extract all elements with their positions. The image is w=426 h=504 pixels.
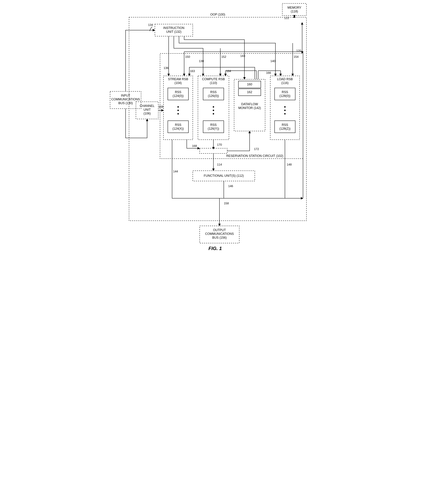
wire-134	[126, 30, 155, 91]
instruction-l1: INSTRUCTION	[163, 26, 184, 30]
wire-143	[184, 36, 244, 79]
svg-text:STREAM RSB: STREAM RSB	[168, 77, 188, 81]
svg-text:144: 144	[173, 170, 178, 173]
svg-text:(104): (104)	[174, 81, 182, 85]
svg-text:120: 120	[296, 49, 301, 52]
svg-text:(128(Z)): (128(Z))	[279, 127, 291, 130]
svg-point-20	[213, 113, 214, 115]
svg-rect-34	[275, 88, 295, 100]
wire-172	[227, 131, 250, 151]
svg-rect-40	[275, 121, 295, 133]
input-bus-l2: COMMUNICATIONS	[111, 98, 140, 101]
svg-text:RSS: RSS	[175, 123, 181, 127]
label-154: 154	[293, 55, 298, 58]
svg-point-7	[178, 110, 179, 111]
svg-text:(126(Y)): (126(Y))	[208, 127, 219, 130]
svg-text:(126(0)): (126(0))	[208, 94, 219, 98]
svg-point-38	[284, 110, 286, 111]
memory-l2: (118)	[291, 10, 298, 13]
reservation-station-circuit	[160, 53, 303, 159]
svg-rect-3	[168, 88, 188, 100]
svg-text:(124(X)): (124(X))	[172, 127, 184, 130]
channel-l2: UNIT	[143, 108, 151, 111]
svg-text:RSS: RSS	[282, 123, 288, 127]
load-rsb: LOAD RSB (116) RSS (128(0)) RSS (128(Z))	[270, 76, 299, 140]
svg-text:158: 158	[224, 202, 229, 205]
svg-text:114: 114	[217, 163, 222, 166]
svg-text:146: 146	[228, 184, 233, 188]
svg-text:RSS: RSS	[175, 90, 181, 94]
svg-text:108: 108	[158, 105, 163, 109]
channel-l1: CHANNEL	[140, 104, 154, 108]
svg-text:(116): (116)	[281, 81, 288, 85]
svg-text:160: 160	[247, 83, 252, 86]
figure-label: FIG. 1	[208, 246, 222, 251]
svg-text:170: 170	[217, 143, 222, 146]
reservation-label: RESERVATION STATION CIRCUIT (102)	[226, 154, 283, 158]
svg-point-39	[284, 113, 286, 115]
svg-text:143: 143	[240, 54, 245, 58]
svg-text:RSS: RSS	[210, 90, 217, 94]
label-150: 150	[185, 55, 190, 58]
svg-point-8	[178, 113, 179, 115]
svg-text:(110): (110)	[210, 81, 217, 85]
output-bus-l1: OUTPUT	[213, 228, 226, 232]
compute-rsb: COMPUTE RSB (110) RSS (126(0)) RSS (126(…	[198, 76, 229, 140]
stream-rsb: STREAM RSB (104) RSS (124(0)) RSS (124(X…	[163, 76, 193, 140]
svg-text:148: 148	[287, 163, 291, 166]
svg-text:166: 166	[266, 71, 271, 74]
svg-text:164: 164	[226, 69, 231, 73]
svg-text:140: 140	[270, 59, 275, 63]
input-bus-l3: BUS (130)	[118, 101, 133, 105]
oop-title: OOP (100)	[210, 13, 225, 16]
label-152: 152	[221, 55, 226, 58]
svg-text:163: 163	[190, 69, 195, 73]
svg-text:(124(0)): (124(0))	[172, 94, 184, 98]
svg-text:162: 162	[247, 90, 252, 94]
svg-rect-21	[203, 121, 224, 133]
svg-text:168: 168	[192, 144, 197, 148]
dataflow-monitor: DATAFLOW MONITOR (142) 160 162	[234, 79, 265, 131]
memory-l1: MEMORY	[287, 6, 301, 9]
memory-block	[282, 3, 306, 15]
svg-text:(128(0)): (128(0))	[279, 94, 290, 98]
svg-text:172: 172	[254, 147, 259, 151]
svg-text:LOAD RSB: LOAD RSB	[277, 77, 293, 81]
channel-l3: (106)	[143, 112, 150, 115]
input-bus-l1: INPUT	[121, 94, 130, 97]
svg-text:COMPUTE RSB: COMPUTE RSB	[202, 77, 225, 81]
output-bus-l3: BUS (156)	[212, 236, 227, 239]
output-bus-l2: COMMUNICATIONS	[205, 232, 234, 235]
svg-text:DATAFLOW: DATAFLOW	[241, 102, 258, 106]
svg-text:136: 136	[163, 66, 168, 70]
svg-text:122: 122	[284, 16, 289, 20]
functional-label: FUNCTIONAL UNIT(S) (112)	[204, 174, 244, 177]
label-134: 134	[148, 23, 153, 27]
instruction-l2: UNIT (132)	[166, 30, 181, 33]
svg-rect-9	[168, 121, 188, 133]
svg-rect-15	[203, 88, 224, 100]
svg-point-37	[284, 106, 286, 108]
svg-text:RSS: RSS	[282, 90, 288, 94]
svg-point-19	[213, 110, 214, 111]
svg-point-18	[213, 106, 214, 108]
svg-text:RSS: RSS	[210, 123, 217, 127]
svg-text:138: 138	[199, 59, 204, 63]
svg-text:MONITOR (142): MONITOR (142)	[238, 106, 261, 110]
svg-point-6	[178, 106, 179, 108]
